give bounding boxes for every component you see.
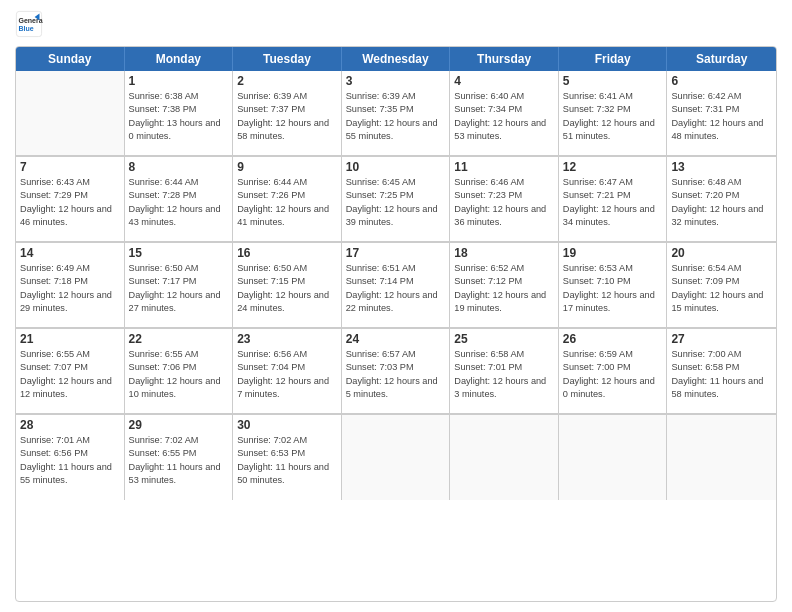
- day-number: 27: [671, 332, 772, 346]
- calendar-cell: 19Sunrise: 6:53 AMSunset: 7:10 PMDayligh…: [559, 243, 668, 328]
- calendar-cell: 11Sunrise: 6:46 AMSunset: 7:23 PMDayligh…: [450, 157, 559, 242]
- day-info: Sunrise: 6:59 AMSunset: 7:00 PMDaylight:…: [563, 348, 663, 401]
- calendar-cell: [450, 415, 559, 500]
- day-number: 3: [346, 74, 446, 88]
- day-info: Sunrise: 7:02 AMSunset: 6:53 PMDaylight:…: [237, 434, 337, 487]
- calendar-cell: 5Sunrise: 6:41 AMSunset: 7:32 PMDaylight…: [559, 71, 668, 156]
- day-info: Sunrise: 6:50 AMSunset: 7:15 PMDaylight:…: [237, 262, 337, 315]
- day-number: 30: [237, 418, 337, 432]
- day-info: Sunrise: 6:46 AMSunset: 7:23 PMDaylight:…: [454, 176, 554, 229]
- day-info: Sunrise: 6:48 AMSunset: 7:20 PMDaylight:…: [671, 176, 772, 229]
- day-number: 19: [563, 246, 663, 260]
- day-number: 29: [129, 418, 229, 432]
- weekday-header: Friday: [559, 47, 668, 71]
- calendar-cell: 8Sunrise: 6:44 AMSunset: 7:28 PMDaylight…: [125, 157, 234, 242]
- calendar-cell: 30Sunrise: 7:02 AMSunset: 6:53 PMDayligh…: [233, 415, 342, 500]
- calendar-cell: 28Sunrise: 7:01 AMSunset: 6:56 PMDayligh…: [16, 415, 125, 500]
- day-number: 20: [671, 246, 772, 260]
- day-info: Sunrise: 6:44 AMSunset: 7:28 PMDaylight:…: [129, 176, 229, 229]
- calendar-cell: [559, 415, 668, 500]
- calendar-cell: 4Sunrise: 6:40 AMSunset: 7:34 PMDaylight…: [450, 71, 559, 156]
- day-number: 18: [454, 246, 554, 260]
- calendar-cell: 24Sunrise: 6:57 AMSunset: 7:03 PMDayligh…: [342, 329, 451, 414]
- day-info: Sunrise: 7:01 AMSunset: 6:56 PMDaylight:…: [20, 434, 120, 487]
- day-info: Sunrise: 6:39 AMSunset: 7:35 PMDaylight:…: [346, 90, 446, 143]
- day-number: 8: [129, 160, 229, 174]
- day-number: 24: [346, 332, 446, 346]
- calendar-cell: 10Sunrise: 6:45 AMSunset: 7:25 PMDayligh…: [342, 157, 451, 242]
- day-info: Sunrise: 7:00 AMSunset: 6:58 PMDaylight:…: [671, 348, 772, 401]
- day-info: Sunrise: 6:56 AMSunset: 7:04 PMDaylight:…: [237, 348, 337, 401]
- day-number: 17: [346, 246, 446, 260]
- calendar-cell: 7Sunrise: 6:43 AMSunset: 7:29 PMDaylight…: [16, 157, 125, 242]
- day-info: Sunrise: 6:40 AMSunset: 7:34 PMDaylight:…: [454, 90, 554, 143]
- day-info: Sunrise: 6:55 AMSunset: 7:07 PMDaylight:…: [20, 348, 120, 401]
- calendar-cell: 17Sunrise: 6:51 AMSunset: 7:14 PMDayligh…: [342, 243, 451, 328]
- calendar-cell: 26Sunrise: 6:59 AMSunset: 7:00 PMDayligh…: [559, 329, 668, 414]
- day-number: 7: [20, 160, 120, 174]
- calendar-cell: 27Sunrise: 7:00 AMSunset: 6:58 PMDayligh…: [667, 329, 776, 414]
- calendar-cell: [667, 415, 776, 500]
- day-number: 9: [237, 160, 337, 174]
- calendar-cell: [16, 71, 125, 156]
- day-number: 25: [454, 332, 554, 346]
- svg-text:Blue: Blue: [19, 25, 34, 32]
- day-info: Sunrise: 6:43 AMSunset: 7:29 PMDaylight:…: [20, 176, 120, 229]
- calendar-cell: 2Sunrise: 6:39 AMSunset: 7:37 PMDaylight…: [233, 71, 342, 156]
- weekday-header: Saturday: [667, 47, 776, 71]
- calendar-cell: 29Sunrise: 7:02 AMSunset: 6:55 PMDayligh…: [125, 415, 234, 500]
- day-info: Sunrise: 6:55 AMSunset: 7:06 PMDaylight:…: [129, 348, 229, 401]
- day-info: Sunrise: 6:47 AMSunset: 7:21 PMDaylight:…: [563, 176, 663, 229]
- day-number: 14: [20, 246, 120, 260]
- calendar-header: SundayMondayTuesdayWednesdayThursdayFrid…: [16, 47, 776, 71]
- day-info: Sunrise: 6:53 AMSunset: 7:10 PMDaylight:…: [563, 262, 663, 315]
- day-number: 13: [671, 160, 772, 174]
- calendar-week-row: 1Sunrise: 6:38 AMSunset: 7:38 PMDaylight…: [16, 71, 776, 157]
- weekday-header: Tuesday: [233, 47, 342, 71]
- calendar-cell: [342, 415, 451, 500]
- calendar-cell: 25Sunrise: 6:58 AMSunset: 7:01 PMDayligh…: [450, 329, 559, 414]
- day-number: 4: [454, 74, 554, 88]
- day-number: 5: [563, 74, 663, 88]
- calendar-body: 1Sunrise: 6:38 AMSunset: 7:38 PMDaylight…: [16, 71, 776, 500]
- logo: General Blue: [15, 10, 47, 38]
- day-info: Sunrise: 6:38 AMSunset: 7:38 PMDaylight:…: [129, 90, 229, 143]
- day-number: 11: [454, 160, 554, 174]
- calendar-week-row: 7Sunrise: 6:43 AMSunset: 7:29 PMDaylight…: [16, 157, 776, 243]
- day-info: Sunrise: 6:57 AMSunset: 7:03 PMDaylight:…: [346, 348, 446, 401]
- calendar-cell: 16Sunrise: 6:50 AMSunset: 7:15 PMDayligh…: [233, 243, 342, 328]
- day-number: 21: [20, 332, 120, 346]
- calendar-cell: 22Sunrise: 6:55 AMSunset: 7:06 PMDayligh…: [125, 329, 234, 414]
- calendar-cell: 23Sunrise: 6:56 AMSunset: 7:04 PMDayligh…: [233, 329, 342, 414]
- day-number: 16: [237, 246, 337, 260]
- day-info: Sunrise: 6:58 AMSunset: 7:01 PMDaylight:…: [454, 348, 554, 401]
- calendar-cell: 20Sunrise: 6:54 AMSunset: 7:09 PMDayligh…: [667, 243, 776, 328]
- day-info: Sunrise: 6:41 AMSunset: 7:32 PMDaylight:…: [563, 90, 663, 143]
- calendar-cell: 14Sunrise: 6:49 AMSunset: 7:18 PMDayligh…: [16, 243, 125, 328]
- calendar-cell: 3Sunrise: 6:39 AMSunset: 7:35 PMDaylight…: [342, 71, 451, 156]
- day-number: 2: [237, 74, 337, 88]
- day-number: 1: [129, 74, 229, 88]
- weekday-header: Wednesday: [342, 47, 451, 71]
- calendar-cell: 15Sunrise: 6:50 AMSunset: 7:17 PMDayligh…: [125, 243, 234, 328]
- day-info: Sunrise: 6:51 AMSunset: 7:14 PMDaylight:…: [346, 262, 446, 315]
- day-info: Sunrise: 6:39 AMSunset: 7:37 PMDaylight:…: [237, 90, 337, 143]
- page: General Blue SundayMondayTuesdayWednesda…: [0, 0, 792, 612]
- calendar-week-row: 28Sunrise: 7:01 AMSunset: 6:56 PMDayligh…: [16, 415, 776, 500]
- day-info: Sunrise: 6:45 AMSunset: 7:25 PMDaylight:…: [346, 176, 446, 229]
- day-number: 22: [129, 332, 229, 346]
- day-number: 23: [237, 332, 337, 346]
- logo-icon: General Blue: [15, 10, 43, 38]
- calendar-cell: 12Sunrise: 6:47 AMSunset: 7:21 PMDayligh…: [559, 157, 668, 242]
- calendar-cell: 9Sunrise: 6:44 AMSunset: 7:26 PMDaylight…: [233, 157, 342, 242]
- calendar-week-row: 14Sunrise: 6:49 AMSunset: 7:18 PMDayligh…: [16, 243, 776, 329]
- day-info: Sunrise: 7:02 AMSunset: 6:55 PMDaylight:…: [129, 434, 229, 487]
- header: General Blue: [15, 10, 777, 38]
- day-info: Sunrise: 6:50 AMSunset: 7:17 PMDaylight:…: [129, 262, 229, 315]
- calendar-cell: 21Sunrise: 6:55 AMSunset: 7:07 PMDayligh…: [16, 329, 125, 414]
- calendar-cell: 13Sunrise: 6:48 AMSunset: 7:20 PMDayligh…: [667, 157, 776, 242]
- day-number: 12: [563, 160, 663, 174]
- day-info: Sunrise: 6:42 AMSunset: 7:31 PMDaylight:…: [671, 90, 772, 143]
- day-info: Sunrise: 6:49 AMSunset: 7:18 PMDaylight:…: [20, 262, 120, 315]
- calendar: SundayMondayTuesdayWednesdayThursdayFrid…: [15, 46, 777, 602]
